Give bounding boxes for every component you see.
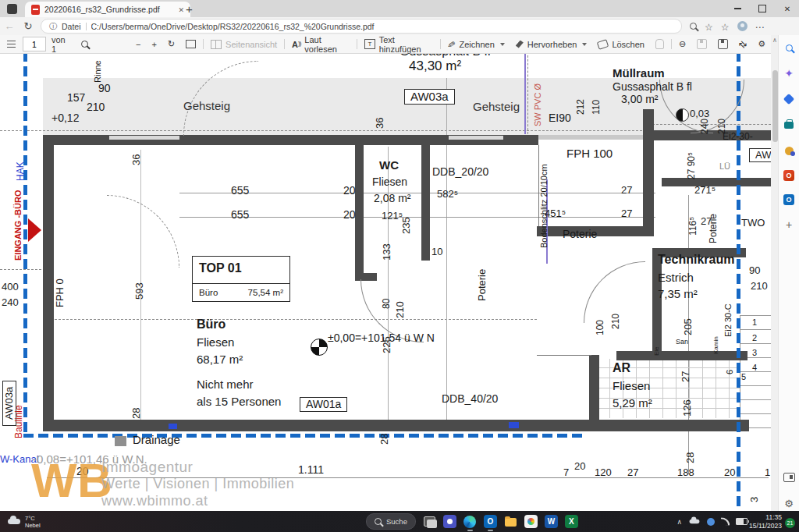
plan-label: 28 — [131, 408, 142, 419]
plan-shape-dh — [23, 434, 582, 438]
contacts-icon[interactable] — [783, 144, 795, 157]
plan-label: 7,35 m² — [658, 288, 698, 300]
plan-label: DDB_40/20 — [442, 393, 498, 405]
save-as-icon[interactable] — [712, 35, 733, 53]
erase-button[interactable]: Löschen — [592, 35, 650, 53]
plan-label: 20 — [343, 185, 356, 197]
copilot-icon[interactable] — [783, 67, 795, 80]
settings-menu-icon[interactable] — [755, 20, 765, 34]
zoom-in-button[interactable]: + — [147, 35, 162, 53]
read-aloud-icon — [292, 40, 300, 49]
plan-label: Fliesen — [613, 380, 650, 392]
sidebar-settings-icon[interactable]: ⚙ — [783, 497, 795, 509]
hide-toolbar-icon[interactable]: ⊖ — [673, 35, 691, 53]
chevron-down-icon[interactable] — [500, 43, 505, 46]
scrollbar-thumb[interactable] — [772, 70, 778, 142]
battery-icon[interactable] — [736, 518, 748, 525]
hand-tool-icon[interactable] — [650, 35, 669, 53]
pdf-favicon-icon — [31, 5, 40, 15]
file-explorer-icon[interactable] — [504, 515, 517, 528]
plan-label: 43,30 m² — [409, 59, 461, 73]
add-sidebar-item-icon[interactable]: + — [783, 218, 795, 231]
plan-label: 188 — [677, 467, 694, 478]
plan-label: ±0,00=+101,54 ü W N — [328, 332, 435, 344]
eraser-icon — [597, 39, 609, 50]
excel-icon[interactable]: X — [565, 515, 578, 528]
plan-shape-r — [43, 135, 54, 431]
search-icon[interactable] — [76, 35, 94, 53]
plan-label: 27 — [680, 371, 691, 382]
zoom-out-button[interactable]: − — [130, 35, 146, 53]
onedrive-icon[interactable] — [690, 520, 700, 524]
fullscreen-icon[interactable]: ⇄ — [733, 35, 752, 53]
plan-shape-sv — [311, 339, 328, 356]
plan-shape-dv — [23, 51, 27, 437]
plan-label: 27 — [621, 208, 632, 219]
plan-label: Gehsteig — [473, 101, 520, 113]
pen-icon — [447, 39, 455, 50]
refresh-icon[interactable]: ↻ — [19, 20, 37, 32]
pages-icon — [211, 40, 222, 49]
page-info-icon[interactable] — [49, 21, 57, 32]
window-close-button[interactable] — [776, 0, 799, 17]
new-tab-button[interactable] — [186, 2, 193, 16]
plan-label: 27 — [627, 467, 638, 478]
profile-avatar[interactable] — [737, 21, 748, 31]
plan-label: 210 — [395, 301, 406, 318]
add-text-button[interactable]: Text hinzufügen — [359, 35, 438, 53]
edge-icon[interactable] — [463, 515, 477, 528]
teams-chat-icon[interactable] — [443, 515, 456, 528]
back-icon[interactable]: ← — [0, 20, 19, 32]
window-maximize-button[interactable] — [751, 0, 774, 17]
task-view-button[interactable] — [423, 515, 436, 528]
shopping-icon[interactable] — [783, 93, 795, 105]
tab-actions-icon[interactable] — [7, 4, 17, 14]
plan-label: 240 — [700, 119, 710, 134]
photos-icon[interactable] — [524, 515, 538, 528]
window-minimize-button[interactable] — [726, 0, 749, 17]
zoom-page-icon[interactable] — [690, 23, 697, 30]
toc-icon[interactable] — [0, 35, 23, 53]
chevron-down-icon[interactable] — [582, 43, 587, 46]
plan-label: 28 — [379, 434, 390, 445]
plan-shape-r — [421, 145, 430, 261]
rotate-icon[interactable]: ↻ — [162, 35, 180, 53]
draw-button[interactable]: Zeichnen — [442, 35, 510, 53]
outlook-taskbar-icon[interactable]: O — [484, 515, 497, 528]
taskbar-search[interactable]: Suche — [366, 513, 416, 530]
tray-expand-icon[interactable]: ∧ — [676, 518, 682, 526]
plan-label: www.wbimmo.at — [101, 494, 208, 509]
tray-person-icon[interactable] — [707, 518, 715, 526]
wifi-icon[interactable] — [721, 517, 730, 527]
url-field[interactable]: Datei C:/Users/berma/OneDrive/Desktop/RS… — [41, 19, 682, 34]
read-aloud-button[interactable]: Laut vorlesen — [286, 35, 355, 53]
sidebar-search-icon[interactable] — [783, 41, 795, 54]
tab-close-icon[interactable] — [178, 5, 184, 14]
notification-badge[interactable]: 21 — [785, 518, 795, 528]
top01-title: TOP 01 — [193, 257, 289, 283]
outlook-icon[interactable]: O — [783, 194, 794, 205]
pdf-settings-icon[interactable]: ⚙ — [752, 35, 771, 53]
sidebar-panel-icon[interactable] — [783, 471, 795, 484]
plan-label: EI90 — [549, 112, 571, 124]
plan-label: 20 — [724, 467, 735, 478]
collections-icon[interactable] — [721, 20, 730, 34]
browser-tab[interactable]: 20220616_rs32_Grundrisse.pdf — [25, 2, 190, 17]
highlight-button[interactable]: Hervorheben — [510, 35, 593, 53]
page-view-button[interactable]: Seitenansicht — [205, 35, 282, 53]
plan-shape-r — [43, 420, 749, 431]
plan-shape-r — [589, 355, 599, 429]
favorite-icon[interactable] — [705, 20, 713, 34]
word-icon[interactable]: W — [545, 515, 558, 528]
plan-shape-lh — [179, 217, 655, 218]
save-icon[interactable] — [691, 35, 712, 53]
weather-widget[interactable]: 7°C Nebel — [8, 515, 41, 529]
clock[interactable]: 11:35 15/11/2023 — [749, 513, 782, 530]
plan-label: Technikraum — [658, 254, 734, 267]
fit-to-page-icon[interactable] — [180, 35, 201, 53]
microsoft365-icon[interactable] — [783, 119, 795, 131]
plan-label: Werte | Visionen | Immobilien — [101, 477, 294, 491]
office-icon[interactable]: O — [783, 170, 794, 181]
start-button[interactable] — [346, 515, 359, 528]
page-number-input[interactable] — [23, 37, 46, 51]
